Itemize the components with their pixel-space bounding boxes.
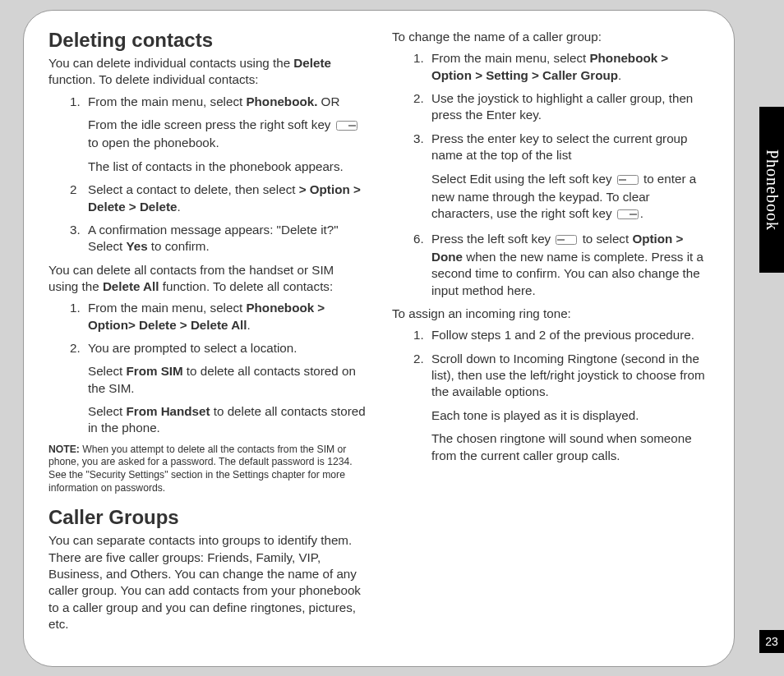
right-softkey-icon — [617, 207, 639, 223]
list-item: 2. Scroll down to Incoming Ringtone (sec… — [413, 351, 709, 464]
list-number: 3. — [413, 131, 430, 147]
page-number-value: 23 — [765, 635, 778, 648]
text: function. To delete all contacts: — [159, 279, 334, 293]
text: when the new name is complete. Press it … — [431, 250, 703, 297]
paragraph: Each tone is played as it is displayed. — [431, 407, 709, 424]
text: Follow steps 1 and 2 of the previous pro… — [431, 328, 694, 342]
ordered-list: 1. Follow steps 1 and 2 of the previous … — [392, 327, 709, 464]
list-item: 2 Select a contact to delete, then selec… — [70, 182, 366, 215]
paragraph: You can delete all contacts from the han… — [48, 262, 366, 296]
list-item: 1. From the main menu, select Phonebook … — [70, 300, 366, 333]
manual-page: Deleting contacts You can delete individ… — [23, 10, 735, 667]
text: Select — [88, 404, 126, 418]
text: From the main menu, select — [88, 94, 246, 108]
text-bold: Phonebook. — [246, 94, 317, 108]
paragraph: To change the name of a caller group: — [392, 29, 709, 45]
section-tab-label: Phonebook — [763, 149, 782, 231]
list-number: 1. — [70, 94, 86, 110]
page-number: 23 — [759, 630, 784, 653]
paragraph: The chosen ringtone will sound when some… — [431, 430, 709, 464]
paragraph: Select From SIM to delete all contacts s… — [88, 363, 366, 397]
paragraph: You can delete individual contacts using… — [48, 55, 366, 89]
note-text: When you attempt to delete all the conta… — [48, 444, 353, 494]
list-item: 2. Use the joystick to highlight a calle… — [413, 90, 709, 124]
list-number: 6. — [413, 231, 430, 247]
text: function. To delete individual contacts: — [48, 72, 259, 86]
list-item: 1. From the main menu, select Phonebook … — [413, 50, 709, 84]
text: Press the left soft key — [431, 232, 554, 246]
note-label: NOTE: — [48, 444, 80, 455]
text: to confirm. — [148, 239, 210, 253]
left-softkey-icon — [617, 172, 639, 189]
text: From the main menu, select — [431, 51, 589, 65]
text: . — [177, 200, 180, 214]
text: Scroll down to Incoming Ringtone (second… — [431, 352, 705, 399]
heading-caller-groups: Caller Groups — [48, 506, 366, 529]
text: From the main menu, select — [88, 301, 246, 315]
left-softkey-icon — [556, 232, 577, 249]
text: Select a contact to delete, then select — [88, 182, 299, 196]
text: From the idle screen press the right sof… — [88, 117, 334, 131]
list-item: 2. You are prompted to select a location… — [70, 340, 366, 437]
text: Press the enter key to select the curren… — [431, 131, 688, 162]
text-bold: Yes — [126, 239, 147, 253]
ordered-list: 1. From the main menu, select Phonebook … — [392, 50, 709, 299]
list-number: 2. — [413, 351, 430, 367]
ordered-list: 1. From the main menu, select Phonebook.… — [48, 94, 366, 255]
ordered-list: 1. From the main menu, select Phonebook … — [48, 300, 366, 437]
text-bold: From Handset — [126, 404, 210, 418]
heading-deleting-contacts: Deleting contacts — [48, 29, 366, 52]
list-number: 1. — [413, 50, 430, 67]
list-item: 6. Press the left soft key to select Opt… — [413, 231, 709, 299]
list-number: 1. — [413, 327, 430, 343]
text: You can delete individual contacts using… — [48, 56, 293, 70]
paragraph: From the idle screen press the right sof… — [88, 117, 366, 152]
list-number: 2. — [70, 340, 86, 356]
content-columns: Deleting contacts You can delete individ… — [48, 29, 709, 651]
list-item: 1. Follow steps 1 and 2 of the previous … — [413, 327, 709, 343]
text-bold: Delete — [293, 56, 331, 70]
list-item: 3. Press the enter key to select the cur… — [413, 131, 709, 224]
list-number: 3. — [70, 222, 86, 238]
paragraph: You can separate contacts into groups to… — [48, 532, 366, 632]
paragraph: Select From Handset to delete all contac… — [88, 403, 366, 437]
text: . — [618, 68, 621, 82]
text-bold: From SIM — [126, 364, 182, 378]
list-number: 2 — [70, 182, 86, 198]
paragraph: Select Edit using the left soft key to e… — [431, 171, 709, 224]
text: Use the joystick to highlight a caller g… — [431, 91, 693, 122]
text: You are prompted to select a location. — [88, 341, 297, 355]
text: Select Edit using the left soft key — [431, 172, 616, 186]
paragraph: To assign an incoming ring tone: — [392, 306, 709, 322]
text: OR — [317, 94, 339, 108]
text: Select — [88, 364, 126, 378]
note-paragraph: NOTE: When you attempt to delete all the… — [48, 444, 366, 494]
text: . — [247, 318, 251, 332]
paragraph: The list of contacts in the phonebook ap… — [88, 159, 366, 175]
list-item: 1. From the main menu, select Phonebook.… — [70, 94, 366, 175]
text: . — [640, 206, 643, 220]
right-softkey-icon — [336, 118, 357, 135]
text-bold: Delete All — [103, 279, 159, 293]
list-item: 3. A confirmation message appears: "Dele… — [70, 222, 366, 255]
list-number: 2. — [413, 90, 430, 107]
section-tab: Phonebook — [759, 107, 784, 273]
text: to open the phonebook. — [88, 136, 219, 149]
text: to select — [579, 232, 632, 246]
list-number: 1. — [70, 300, 86, 316]
